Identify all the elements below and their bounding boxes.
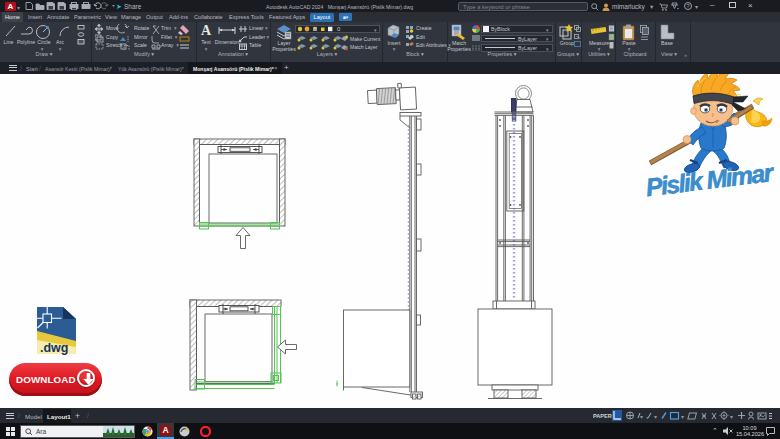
svg-text:.dwg: .dwg (40, 341, 68, 355)
svg-text:▾: ▾ (654, 414, 657, 420)
svg-text:▾: ▾ (640, 414, 643, 420)
svg-text:▾: ▾ (681, 414, 684, 420)
svg-text:Pislik Mimar: Pislik Mimar (644, 158, 776, 202)
svg-text:▾: ▾ (730, 414, 733, 420)
svg-text:0: 0 (337, 26, 341, 32)
